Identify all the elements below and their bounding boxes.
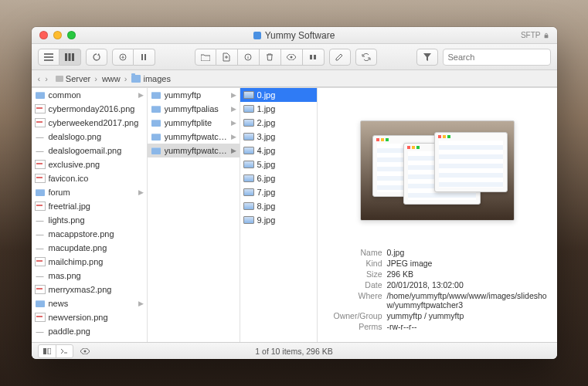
crumb-server[interactable]: Server › <box>56 74 99 83</box>
crumb-label: images <box>143 74 170 83</box>
info-button[interactable] <box>238 49 260 66</box>
meta-key: Kind <box>327 259 387 268</box>
list-item[interactable]: 7.jpg <box>240 185 317 199</box>
nav-forward-button[interactable]: › <box>43 74 49 83</box>
crumb-images[interactable]: images <box>131 74 170 83</box>
list-item[interactable]: 6.jpg <box>240 171 317 185</box>
list-item[interactable]: 9.jpg <box>240 213 317 227</box>
item-label: merryxmas2.png <box>49 285 144 294</box>
list-item[interactable]: common▶ <box>32 88 147 102</box>
list-item[interactable]: 5.jpg <box>240 157 317 171</box>
list-item[interactable]: merryxmas2.png <box>32 283 147 296</box>
file-icon <box>243 188 254 196</box>
search-input[interactable] <box>448 52 546 62</box>
search-field[interactable] <box>443 49 551 66</box>
item-label: cybermonday2016.png <box>49 104 144 113</box>
list-item[interactable]: 2.jpg <box>240 116 317 130</box>
new-folder-button[interactable] <box>195 49 216 66</box>
folder-icon <box>151 118 161 127</box>
item-label: cyberweekend2017.png <box>49 118 144 127</box>
list-item[interactable]: freetrial.jpg <box>32 199 147 213</box>
chevron-right-icon: ▶ <box>138 91 144 99</box>
dropdown-button[interactable] <box>303 49 325 66</box>
list-item[interactable]: newversion.png <box>32 310 147 324</box>
item-label: 0.jpg <box>257 90 314 100</box>
list-item[interactable]: 3.jpg <box>240 130 317 144</box>
svg-point-2 <box>291 56 293 58</box>
folder-icon <box>35 90 46 100</box>
crumb-label: Server <box>66 74 90 83</box>
file-icon <box>35 313 46 322</box>
list-item[interactable]: macappstore.png <box>32 227 147 241</box>
file-icon <box>35 257 46 266</box>
list-item[interactable]: 0.jpg <box>240 88 317 102</box>
list-item[interactable]: mas.png <box>32 269 147 283</box>
list-item[interactable]: yummyftpwatcher▶ <box>148 130 240 144</box>
file-icon <box>35 174 46 183</box>
item-label: lights.png <box>49 215 144 225</box>
meta-date: 20/01/2018, 13:02:00 <box>387 280 548 290</box>
delete-button[interactable] <box>260 49 281 66</box>
chevron-right-icon: ▶ <box>138 188 144 196</box>
server-icon <box>56 76 63 82</box>
terminal-button[interactable] <box>56 345 73 357</box>
reload-button[interactable] <box>86 49 107 66</box>
sync-button[interactable] <box>355 49 377 66</box>
meta-owner: yummyftp / yummyftp <box>387 311 548 320</box>
meta-key: Owner/Group <box>327 311 387 320</box>
list-item[interactable]: exclusive.png <box>32 157 147 171</box>
lock-icon <box>543 32 549 39</box>
chevron-right-icon: ▶ <box>231 105 236 113</box>
list-item[interactable]: cyberweekend2017.png <box>32 116 147 130</box>
filter-button[interactable] <box>416 49 438 66</box>
item-label: common <box>49 90 135 100</box>
list-item[interactable]: yummyftp▶ <box>148 88 240 102</box>
edit-button[interactable] <box>329 49 351 66</box>
nav-back-button[interactable]: ‹ <box>36 74 42 83</box>
file-icon <box>35 215 46 225</box>
quicklook-button[interactable] <box>281 49 303 66</box>
list-item[interactable]: mailchimp.png <box>32 255 147 269</box>
item-label: 8.jpg <box>257 201 314 211</box>
list-item[interactable]: 4.jpg <box>240 144 317 157</box>
list-item[interactable]: paddle.png <box>32 324 147 338</box>
list-item[interactable]: macupdate.png <box>32 241 147 255</box>
column-2[interactable]: yummyftp▶yummyftpalias▶yummyftplite▶yumm… <box>148 88 240 342</box>
column-view-button[interactable] <box>59 49 81 66</box>
close-icon[interactable] <box>39 31 48 39</box>
window-title-text: Yummy Software <box>265 30 335 41</box>
list-item[interactable]: news▶ <box>32 296 147 310</box>
show-hidden-button[interactable] <box>76 345 93 357</box>
column-3[interactable]: 0.jpg1.jpg2.jpg3.jpg4.jpg5.jpg6.jpg7.jpg… <box>240 88 318 342</box>
list-item[interactable]: dealslogo.png <box>32 130 147 144</box>
download-button[interactable] <box>112 49 134 66</box>
list-item[interactable]: lights.png <box>32 213 147 227</box>
file-icon <box>35 271 46 280</box>
folder-icon <box>151 104 161 113</box>
list-item[interactable]: 8.jpg <box>240 199 317 213</box>
list-item[interactable]: yummyftpwatcher3▶ <box>148 144 240 157</box>
column-1[interactable]: common▶cybermonday2016.pngcyberweekend20… <box>32 88 148 342</box>
pause-button[interactable] <box>134 49 155 66</box>
zoom-icon[interactable] <box>67 31 76 39</box>
file-icon <box>243 216 254 224</box>
list-item[interactable]: yummyftpalias▶ <box>148 102 240 116</box>
crumb-www[interactable]: www › <box>102 74 129 83</box>
minimize-icon[interactable] <box>53 31 62 39</box>
meta-key: Date <box>327 280 387 290</box>
preview-pane: Name0.jpg KindJPEG image Size296 KB Date… <box>318 88 557 342</box>
list-item[interactable]: forum▶ <box>32 185 147 199</box>
column-browser: common▶cybermonday2016.pngcyberweekend20… <box>32 87 557 342</box>
item-label: macappstore.png <box>49 229 144 239</box>
dual-pane-button[interactable] <box>39 345 56 357</box>
file-icon <box>35 229 46 239</box>
list-view-button[interactable] <box>38 49 59 66</box>
list-item[interactable]: 1.jpg <box>240 102 317 116</box>
item-label: dealslogo.png <box>49 132 144 141</box>
list-item[interactable]: yummyftplite▶ <box>148 116 240 130</box>
list-item[interactable]: cybermonday2016.png <box>32 102 147 116</box>
list-item[interactable]: dealslogoemail.png <box>32 144 147 157</box>
list-item[interactable]: favicon.ico <box>32 171 147 185</box>
new-file-button[interactable] <box>216 49 238 66</box>
file-icon <box>35 160 46 169</box>
